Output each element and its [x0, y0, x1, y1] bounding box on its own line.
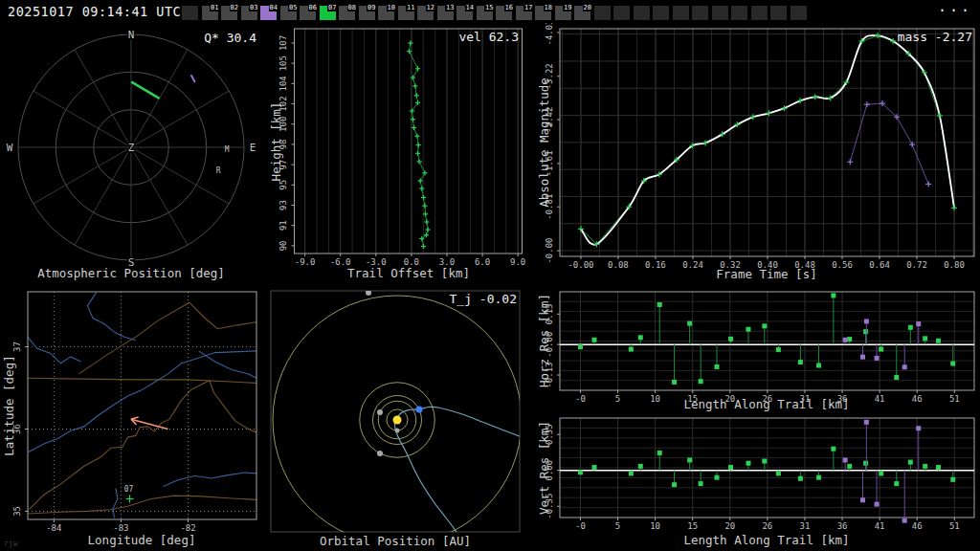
svg-text:46: 46	[912, 394, 923, 404]
q-star-readout: Q* 30.4	[204, 31, 256, 45]
frame-number: 05	[288, 4, 298, 11]
svg-text:0.72: 0.72	[906, 260, 927, 270]
svg-text:5: 5	[615, 521, 620, 531]
lightcurve-secondary	[847, 100, 931, 187]
meteor-trail-green	[132, 82, 158, 98]
frame-box-19[interactable]: 19	[555, 6, 571, 20]
orbital-caption: Orbital Position [AU]	[320, 534, 471, 548]
svg-text:95: 95	[279, 180, 289, 190]
frame-box-blank[interactable]	[594, 6, 611, 20]
frame-box-12[interactable]: 12	[417, 6, 434, 20]
svg-text:91: 91	[279, 220, 289, 231]
river	[113, 488, 118, 518]
frame-box-blank[interactable]	[653, 6, 669, 20]
frame-box-13[interactable]: 13	[437, 6, 454, 20]
body-earth	[416, 407, 423, 413]
tick-labels: -0.000.080.160.240.320.400.480.560.640.7…	[545, 23, 965, 270]
frame-box-blank[interactable]	[182, 6, 198, 20]
svg-text:10: 10	[650, 521, 660, 531]
svg-text:107: 107	[279, 35, 289, 51]
frame-box-blank[interactable]	[791, 6, 807, 20]
body-venus	[377, 409, 383, 415]
frame-box-05[interactable]: 05	[280, 6, 297, 20]
svg-text:E: E	[250, 142, 256, 154]
frame-box-16[interactable]: 16	[496, 6, 512, 20]
frame-box-03[interactable]: 03	[241, 6, 257, 20]
svg-text:-0.00: -0.00	[568, 260, 593, 270]
trail-plot-svg: -9.0-6.0-3.00.03.06.09.01071051041021009…	[268, 23, 536, 281]
frame-box-blank[interactable]	[634, 6, 650, 20]
frame-number: 11	[406, 4, 415, 11]
frame-box-11[interactable]: 11	[398, 6, 414, 20]
svg-text:35: 35	[12, 506, 22, 517]
svg-text:46: 46	[912, 521, 923, 531]
frame-box-15[interactable]: 15	[477, 6, 493, 20]
frame-number: 16	[504, 4, 514, 11]
vert-length-axis-label: Length Along Trail [km]	[683, 533, 849, 547]
trail-offset-axis-label: Trail Offset [km]	[347, 266, 470, 280]
plot-frame	[28, 292, 256, 519]
map-features	[28, 293, 256, 518]
svg-text:26: 26	[762, 521, 772, 531]
vert-res-axis-label: Vert Res [km]	[537, 421, 551, 515]
station-marker: 07	[124, 485, 134, 503]
grid	[560, 418, 974, 518]
orbit-plot-svg	[268, 281, 536, 551]
meteor-analysis-app: 20251017 09:14:41 UTC 010203040506070809…	[0, 0, 980, 551]
orbit-content	[273, 290, 522, 544]
frame-number: 06	[308, 4, 318, 11]
frame-number: 04	[269, 4, 278, 11]
frame-box-blank[interactable]	[770, 6, 787, 20]
frame-box-17[interactable]: 17	[516, 6, 532, 20]
frame-number: 17	[523, 4, 533, 11]
vert-residual-green	[578, 447, 955, 488]
frame-box-blank[interactable]	[731, 6, 747, 20]
frame-box-18[interactable]: 18	[535, 6, 551, 20]
comet-trajectory	[394, 407, 522, 532]
svg-text:-83: -83	[113, 523, 128, 533]
frame-box-08[interactable]: 08	[339, 6, 355, 20]
body-mars	[377, 451, 383, 456]
frame-box-01[interactable]: 01	[202, 6, 218, 20]
map-grid	[28, 292, 256, 519]
horz-res-axis-label: Horz Res [km]	[537, 294, 551, 387]
svg-text:-0: -0	[575, 521, 586, 531]
frame-box-10[interactable]: 10	[378, 6, 394, 20]
frame-box-06[interactable]: 06	[300, 6, 316, 20]
frame-box-07[interactable]: 07	[320, 6, 336, 20]
frame-box-04[interactable]: 04	[260, 6, 277, 20]
svg-text:0.80: 0.80	[944, 260, 965, 270]
svg-text:15: 15	[687, 521, 698, 531]
svg-text:Z: Z	[128, 142, 135, 154]
frame-box-blank[interactable]	[751, 6, 768, 20]
frame-box-blank[interactable]	[712, 6, 728, 20]
frame-number: 03	[249, 4, 258, 11]
river	[28, 337, 80, 364]
state-border	[28, 378, 256, 383]
overflow-menu-button[interactable]: ···	[938, 2, 972, 19]
svg-text:9.0: 9.0	[510, 257, 525, 267]
frame-number: 13	[445, 4, 455, 11]
river	[29, 351, 256, 452]
sky-marker-M: M	[225, 145, 230, 154]
frame-box-14[interactable]: 14	[457, 6, 473, 20]
body-mercury	[395, 429, 400, 433]
frame-box-09[interactable]: 09	[359, 6, 375, 20]
frame-number: 08	[347, 4, 357, 11]
svg-text:-0.00: -0.00	[545, 238, 554, 264]
svg-text:N: N	[128, 29, 135, 41]
horz-length-axis-label: Length Along Trail [km]	[683, 397, 849, 411]
svg-text:10: 10	[650, 394, 660, 404]
atmospheric-position-panel: NSWEZMR Q* 30.4 Atmospheric Position [de…	[0, 23, 268, 281]
svg-text:5: 5	[615, 394, 620, 404]
svg-text:W: W	[7, 142, 13, 154]
frame-box-blank[interactable]	[673, 6, 689, 20]
frame-box-02[interactable]: 02	[221, 6, 237, 20]
frame-box-20[interactable]: 20	[574, 6, 590, 20]
frame-box-blank[interactable]	[613, 6, 630, 20]
map-plot-svg: 07-84-83-82373635	[0, 281, 268, 551]
frame-number: 14	[465, 4, 475, 11]
frame-box-blank[interactable]	[692, 6, 708, 20]
svg-text:20: 20	[724, 521, 735, 531]
atmospheric-caption: Atmospheric Position [deg]	[37, 266, 225, 280]
